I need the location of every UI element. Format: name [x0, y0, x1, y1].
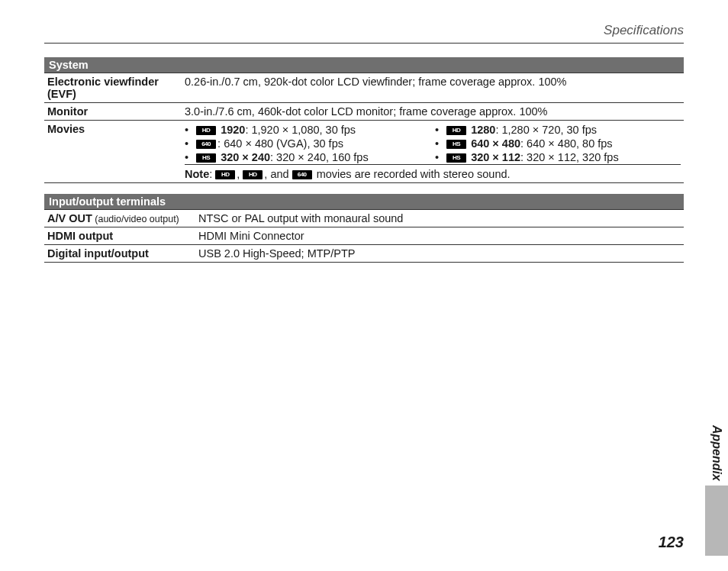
movie-mode-320x112: HS 320 × 112: 320 × 112, 320 fps [435, 150, 681, 164]
movie-mode-1280: HD 1280: 1,280 × 720, 30 fps [435, 123, 681, 137]
movie-1920-rest: : 1,920 × 1,080, 30 fps [245, 124, 356, 136]
movie-1920-bold: 1920 [221, 124, 245, 136]
system-table: System Electronic viewfinder (EVF) 0.26-… [44, 57, 684, 183]
hdmi-value: HDMI Mini Connector [195, 227, 684, 245]
movie-640x480-bold: 640 × 480 [471, 137, 520, 150]
hd-icon: HD [446, 126, 466, 135]
avout-label: A/V OUT (audio/video output) [44, 210, 195, 227]
monitor-label: Monitor [44, 103, 182, 121]
movie-mode-640x480: HS 640 × 480: 640 × 480, 80 fps [435, 137, 681, 150]
movie-320x112-bold: 320 × 112 [471, 151, 520, 163]
avout-label-bold: A/V OUT [47, 212, 92, 224]
vga-icon: 640 [292, 170, 312, 179]
running-head: Specifications [44, 23, 684, 38]
note-sep2: , and [264, 168, 292, 180]
hs-icon: HS [446, 153, 466, 163]
note-sep1: , [237, 168, 243, 180]
hs-icon: HS [196, 153, 216, 163]
avout-label-sub: (audio/video output) [92, 214, 179, 224]
movies-note: Note: HD, HD, and 640 movies are recorde… [185, 164, 681, 180]
system-header-row: System [44, 57, 684, 73]
avout-row: A/V OUT (audio/video output) NTSC or PAL… [44, 210, 684, 227]
movie-vga-rest: : 640 × 480 (VGA), 30 fps [217, 137, 343, 150]
fullhd-icon: HD [215, 170, 235, 179]
hd-icon: HD [243, 170, 263, 179]
movie-mode-1920: HD 1920: 1,920 × 1,080, 30 fps [185, 123, 430, 137]
io-header: Input/output terminals [44, 194, 684, 210]
avout-value: NTSC or PAL output with monaural sound [195, 210, 684, 227]
page-number: 123 [659, 534, 684, 551]
digital-row: Digital input/output USB 2.0 High-Speed;… [44, 245, 684, 263]
movie-320x112-rest: : 320 × 112, 320 fps [520, 151, 619, 163]
evf-row: Electronic viewfinder (EVF) 0.26-in./0.7… [44, 73, 684, 103]
page: Specifications System Electronic viewfin… [0, 0, 728, 571]
header-rule [44, 43, 684, 44]
side-tab-marker [705, 486, 728, 556]
vga-icon: 640 [196, 140, 216, 149]
movie-320x240-rest: : 320 × 240, 160 fps [270, 151, 369, 163]
movies-value: HD 1920: 1,920 × 1,080, 30 fps 640: 640 … [182, 121, 684, 183]
movie-320x240-bold: 320 × 240 [221, 151, 270, 163]
movie-mode-320x240: HS 320 × 240: 320 × 240, 160 fps [185, 150, 430, 164]
movie-1280-rest: : 1,280 × 720, 30 fps [495, 124, 597, 136]
monitor-row: Monitor 3.0-in./7.6 cm, 460k-dot color L… [44, 103, 684, 121]
movies-row: Movies HD 1920: 1,920 × 1,080, 30 fps 64… [44, 121, 684, 183]
digital-value: USB 2.0 High-Speed; MTP/PTP [195, 245, 684, 263]
hdmi-label: HDMI output [44, 227, 195, 245]
side-tab-label: Appendix [710, 425, 723, 481]
note-rest: movies are recorded with stereo sound. [314, 168, 511, 180]
monitor-value: 3.0-in./7.6 cm, 460k-dot color LCD monit… [182, 103, 684, 121]
movie-640x480-rest: : 640 × 480, 80 fps [520, 137, 613, 150]
digital-label: Digital input/output [44, 245, 195, 263]
io-table: Input/output terminals A/V OUT (audio/vi… [44, 194, 684, 263]
hs-icon: HS [446, 140, 466, 149]
movie-mode-vga: 640: 640 × 480 (VGA), 30 fps [185, 137, 430, 150]
movie-1280-bold: 1280 [471, 124, 495, 136]
io-header-row: Input/output terminals [44, 194, 684, 210]
note-label: Note [185, 168, 209, 180]
movies-label: Movies [44, 121, 182, 183]
system-header: System [44, 57, 684, 73]
evf-value: 0.26-in./0.7 cm, 920k-dot color LCD view… [182, 73, 684, 103]
hdmi-row: HDMI output HDMI Mini Connector [44, 227, 684, 245]
evf-label: Electronic viewfinder (EVF) [44, 73, 182, 103]
fullhd-icon: HD [196, 126, 216, 135]
